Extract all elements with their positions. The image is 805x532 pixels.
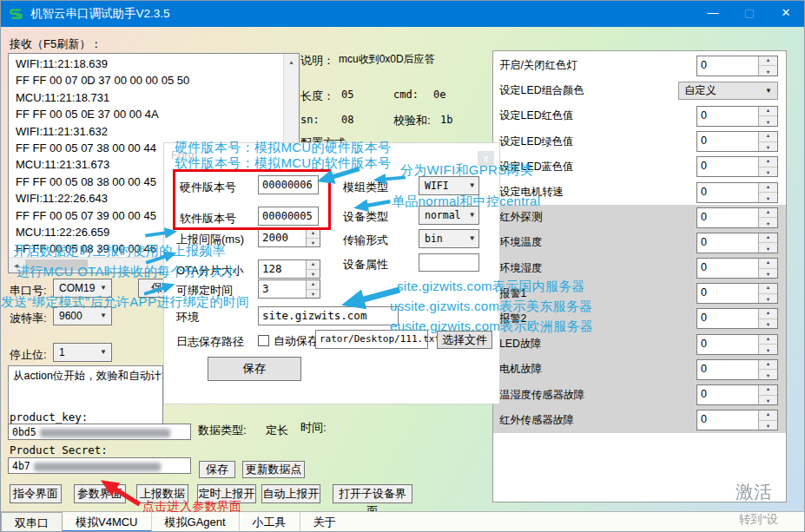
device-attr-input[interactable] [419,253,479,272]
spinner-control[interactable] [758,284,777,303]
autosave-checkbox[interactable] [258,335,269,346]
datapoint-row: 红外传感器故障 0 [493,408,786,433]
annotation-env-eu: eusite.gizwits.com表示欧洲服务器 [390,319,593,335]
maximize-button[interactable]: ▢ [731,1,768,27]
annotation-module-type: 分为WIFI和GPRS两类 [400,162,533,179]
open-subdevice-button[interactable]: 打开子设备界面 [333,484,412,503]
activate-watermark: 激活 [736,480,772,504]
hw-version-label: 硬件版本号 [180,180,236,195]
length-value: 05 [341,89,353,101]
datapoint-value-input[interactable]: 0 [696,182,778,203]
datapoint-row: 温湿度传感器故障 0 [493,382,786,407]
datapoint-label: LED故障 [499,337,696,351]
title-bar: 机智云串口调试助手V2.3.5 — ▢ ✕ [1,1,804,27]
log-line: WIFI:11:21:18.639 [16,56,284,72]
annotation-sw-version: 软件版本号：模拟MCU的软件版本号 [175,155,391,172]
environment-input[interactable]: site.gizwits.com [258,306,399,325]
auto-report-button[interactable]: 自动上报开 [261,484,320,503]
spinner-control[interactable] [758,183,777,202]
datapoint-value-input[interactable]: 0 [696,156,778,177]
datapoint-value-input[interactable]: 0 [696,283,778,304]
stop-bits-label: 停止位: [10,347,47,363]
datapoint-value-input[interactable]: 0 [696,258,778,279]
report-interval-input[interactable]: 2000 [258,228,320,247]
sw-version-input[interactable]: 00000005 [258,207,319,226]
datapoint-dropdown[interactable]: 自定义 [678,82,778,100]
datapoint-value-input[interactable]: 0 [696,207,778,228]
annotation-ota-chunk: 进行MCU OTA时接收的每个分片大小 [16,264,237,280]
hw-version-input[interactable]: 00000006 [258,175,319,194]
datapoint-label: 设定LED红色值 [499,108,696,123]
dialog-save-button[interactable]: 保存 [208,357,301,381]
datapoint-value-input[interactable]: 0 [696,359,778,380]
datapoint-row: 电机故障 0 [493,357,786,382]
spinner-control[interactable] [758,335,777,354]
transfer-format-select[interactable]: bin [419,229,479,248]
datapoint-row: LED故障 0 [493,332,786,357]
tab-dual-serial[interactable]: 双串口 [1,512,63,532]
minimize-button[interactable]: — [695,1,731,27]
spinner-control[interactable] [758,208,777,227]
checksum-value: 1b [440,114,452,126]
spinner-control[interactable] [758,385,777,404]
spinner-control[interactable] [758,132,777,151]
spinner-control[interactable] [758,107,777,126]
product-key-input[interactable]: 0bd5 [8,424,191,440]
spinner-control[interactable] [758,56,777,76]
spinner-control[interactable] [758,233,777,253]
annotation-device-type: 单品normal和中控central [392,194,540,210]
app-window: { "accent": "#0078d7", "window": { "titl… [0,0,805,532]
tab-tools[interactable]: 小工具 [240,512,300,532]
annotation-param-view: 点击进入参数界面 [142,499,241,515]
datapoint-label: 红外探测 [499,210,696,225]
datapoint-label: 电机故障 [499,362,696,377]
product-secret-input[interactable]: 4b7 [8,457,191,474]
datapoint-row: 环境温度 0 [493,230,786,255]
datapoint-value-input[interactable]: 0 [696,131,778,152]
spinner-control[interactable] [758,360,777,379]
save-button[interactable]: 保存 [199,461,235,478]
annotation-bind-time: 发送“绑定模式”后允许APP进行绑定的时间 [1,294,249,311]
update-datapoints-button[interactable]: 更新数据点 [242,461,305,478]
spinner-control[interactable] [758,259,777,278]
redacted-value [34,463,161,471]
spinner-control[interactable] [758,309,777,328]
datapoint-value-input[interactable]: 0 [696,384,778,405]
datapoint-value-input[interactable]: 0 [696,56,778,76]
product-secret-label: Product Secret: [10,443,108,456]
tab-sim-v4mcu[interactable]: 模拟V4MCU [63,512,152,532]
cmd-label: cmd: [393,89,419,101]
datapoint-row: 环境湿度 0 [493,256,786,281]
desc-value: mcu收到0x0D后应答 [339,52,435,67]
close-button[interactable]: ✕ [768,1,804,27]
bind-time-input[interactable]: 3 [258,279,320,299]
log-line: FF FF 00 07 0D 37 00 00 00 05 50 [16,72,284,89]
spinner-control[interactable] [758,410,777,430]
annotation-hw-version: 硬件版本号：模拟MCU的硬件版本号 [175,140,391,156]
datapoint-value-input[interactable]: 0 [696,410,778,430]
module-type-select[interactable]: WIFI [419,176,479,195]
datapoint-row: 设定LED红色值 0 [493,103,786,128]
stop-bits-select[interactable]: 1 [53,343,112,362]
spinner-control[interactable] [758,157,777,176]
spinner-control[interactable] [306,229,320,246]
desc-label: 说明： [300,53,334,69]
datapoint-label: 环境湿度 [499,261,696,276]
datapoint-row: 开启/关闭红色灯 0 [493,53,786,78]
log-line: MCU:11:21:18.731 [16,89,284,106]
command-view-button[interactable]: 指令界面 [10,484,62,503]
datapoint-value-input[interactable]: 0 [696,233,778,253]
spinner-control[interactable] [306,280,320,298]
tab-about[interactable]: 关于 [300,512,349,532]
sn-label: sn: [300,114,320,126]
datapoint-value-input[interactable]: 0 [696,334,778,355]
annotation-env-us: ussite.gizwits.com表示美东服务器 [390,299,592,315]
tab-sim-gagent[interactable]: 模拟GAgent [152,512,240,532]
ota-chunk-input[interactable]: 128 [258,259,320,279]
device-attr-label: 设备属性 [343,257,388,273]
datapoint-value-input[interactable]: 0 [696,308,778,329]
spinner-control[interactable] [306,260,320,278]
datapoint-value-input[interactable]: 0 [696,106,778,127]
datapoint-label: 温湿度传感器故障 [499,388,696,403]
scroll-up-icon[interactable] [284,54,299,69]
